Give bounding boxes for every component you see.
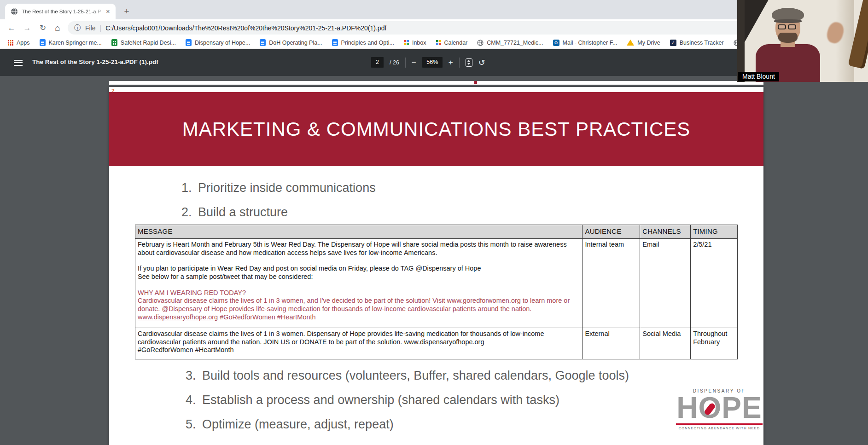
menu-icon[interactable]: [14, 60, 23, 66]
participant-name-label: Matt Blount: [738, 72, 779, 81]
audience-cell: Internal team: [582, 239, 640, 328]
outlook-mail-icon: [553, 40, 559, 46]
tab-favicon-globe-icon: [11, 8, 18, 15]
doc-icon: [332, 39, 338, 46]
list-item-2: 2.Build a structure: [181, 205, 288, 220]
drive-icon: [627, 40, 634, 46]
bookmark-calendar[interactable]: Calendar: [436, 40, 468, 46]
screen: The Rest of the Story 1-25-21-a.P ✕ + ← …: [0, 0, 868, 445]
list-item-5: 5.Optimize (measure, adjust, repeat): [186, 417, 394, 432]
fit-to-page-icon[interactable]: [466, 58, 472, 67]
list-item-4: 4.Establish a process and ownership (sha…: [186, 393, 559, 407]
page-count-label: / 26: [390, 59, 399, 66]
zoom-level[interactable]: 56%: [422, 57, 443, 68]
audience-cell: External: [582, 328, 640, 359]
bookmark-safenet[interactable]: SafeNet Rapid Desi...: [111, 39, 176, 46]
tab-close-icon[interactable]: ✕: [104, 8, 112, 16]
header-audience: AUDIENCE: [582, 225, 640, 238]
spreadsheet-icon: [111, 39, 117, 46]
table-row: Cardiovascular disease claims the lives …: [135, 328, 737, 359]
previous-page-edge: [109, 81, 763, 85]
beard: [778, 33, 798, 43]
webcam-overlay: Matt Blount: [737, 0, 868, 82]
toolbar-divider: [405, 58, 406, 68]
pdf-toolbar-controls: 2 / 26 − 56% + ↺: [371, 57, 485, 68]
calendar-icon: [436, 40, 441, 45]
dispensaryofhope-link[interactable]: www.dispensaryofhope.org: [138, 313, 218, 321]
home-icon[interactable]: ⌂: [52, 22, 64, 34]
reload-icon[interactable]: ↻: [37, 22, 49, 34]
bookmark-my-drive[interactable]: My Drive: [627, 40, 660, 46]
header-timing: TIMING: [690, 225, 737, 238]
bookmark-doh-operating[interactable]: DoH Operating Pla...: [260, 39, 322, 46]
zoom-out-icon[interactable]: −: [412, 58, 416, 68]
bookmark-business-tracker[interactable]: Business Tracker: [670, 40, 724, 46]
bookmark-principles[interactable]: Principles and Opti...: [332, 39, 394, 46]
channels-cell: Email: [640, 239, 690, 328]
doc-icon: [186, 39, 192, 46]
glasses: [778, 24, 798, 29]
message-cell: February is Heart Month and February 5th…: [135, 239, 582, 328]
bookmark-cmm-medic[interactable]: CMM_77721_Medic...: [477, 40, 543, 46]
bookmark-karen-springer[interactable]: Karen Springer me...: [40, 39, 102, 46]
color-grid-icon: [404, 40, 409, 45]
slide-title-band: MARKETING & COMMUNICATIONS BEST PRACTICE…: [109, 92, 763, 166]
bookmark-dispensary-of-hope[interactable]: Dispensary of Hope...: [186, 39, 250, 46]
hope-logo: DISPENSARY OF HOPE CONNECTING ABUNDANCE …: [673, 388, 763, 430]
bookmark-mail-christopher[interactable]: Mail - Christopher F...: [553, 40, 618, 46]
table-row: February is Heart Month and February 5th…: [135, 238, 737, 328]
forward-icon[interactable]: →: [21, 22, 33, 34]
cap-brim: [774, 19, 802, 23]
wall-edge: [737, 0, 745, 82]
timing-cell: Throughout February: [690, 328, 737, 359]
url-scheme-label: File: [85, 24, 96, 32]
timing-cell: 2/5/21: [690, 239, 737, 328]
tab-title: The Rest of the Story 1-25-21-a.P: [22, 9, 104, 14]
header-message: MESSAGE: [135, 225, 582, 238]
logo-tagline: CONNECTING ABUNDANCE WITH NEED: [673, 426, 763, 430]
list-item-1: 1.Prioritize inside communications: [181, 181, 376, 195]
zoom-in-icon[interactable]: +: [449, 58, 453, 68]
apps-grid-icon: [8, 40, 13, 46]
list-item-3: 3.Build tools and resources (volunteers,…: [186, 369, 629, 383]
url-separator: |: [100, 24, 102, 32]
browser-tab[interactable]: The Rest of the Story 1-25-21-a.P ✕: [5, 4, 116, 19]
header-channels: CHANNELS: [640, 225, 690, 238]
toolbar-divider: [459, 58, 460, 68]
url-text: C:/Users/cpalo001/Downloads/The%20Rest%2…: [105, 24, 386, 32]
slide-title: MARKETING & COMMUNICATIONS BEST PRACTICE…: [182, 118, 691, 140]
doc-icon: [260, 39, 266, 46]
info-icon[interactable]: ⓘ: [74, 24, 81, 32]
doc-icon: [40, 39, 46, 46]
rotate-icon[interactable]: ↺: [478, 58, 485, 68]
pdf-viewport[interactable]: 2 MARKETING & COMMUNICATIONS BEST PRACTI…: [0, 76, 868, 445]
back-icon[interactable]: ←: [6, 22, 17, 34]
page-number-input[interactable]: 2: [371, 57, 384, 68]
bookmark-inbox[interactable]: Inbox: [404, 40, 426, 46]
new-tab-button[interactable]: +: [121, 6, 133, 17]
logo-hope-wordmark: HOPE: [673, 394, 763, 422]
table-header-row: MESSAGE AUDIENCE CHANNELS TIMING: [135, 225, 737, 238]
channels-cell: Social Media: [640, 328, 690, 359]
globe-icon: [477, 40, 484, 46]
page-red-tick: [474, 81, 477, 84]
checkmark-icon: [670, 40, 676, 46]
message-cell: Cardiovascular disease claims the lives …: [135, 328, 582, 359]
url-bar[interactable]: ⓘ File | C:/Users/cpalo001/Downloads/The…: [68, 21, 853, 35]
message-table: MESSAGE AUDIENCE CHANNELS TIMING Februar…: [135, 225, 738, 359]
pdf-page: 2 MARKETING & COMMUNICATIONS BEST PRACTI…: [109, 87, 763, 445]
sample-post-text: WHY AM I WEARING RED TODAY? Cardiovascul…: [138, 289, 578, 322]
bookmark-apps[interactable]: Apps: [8, 40, 30, 46]
pdf-document-title: The Rest of the Story 1-25-21-a.PDF (1).…: [32, 58, 158, 65]
